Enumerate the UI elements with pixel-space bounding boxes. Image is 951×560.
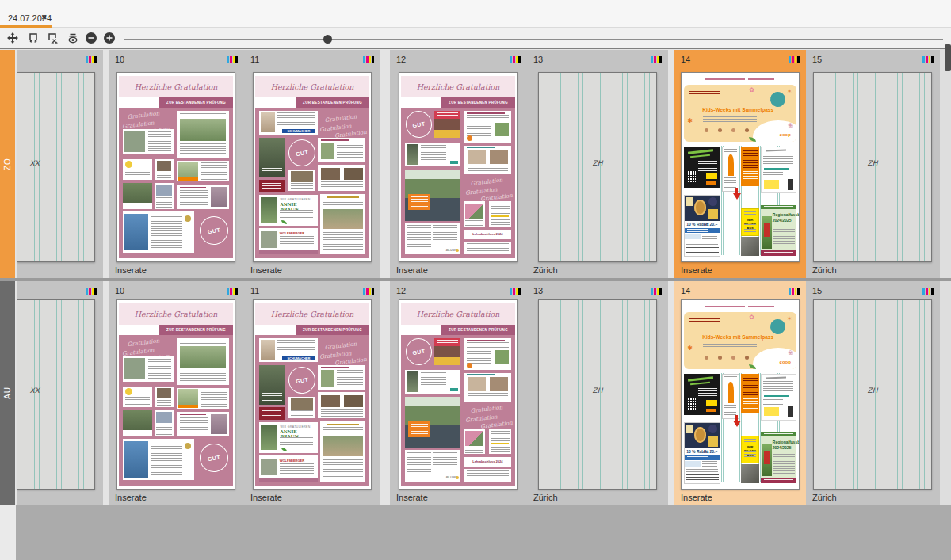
tab-close-icon[interactable]: ✕ [41,13,48,21]
page-cell-11[interactable]: 11 Herzliche Gratulation ZUR BESTANDENEN… [244,281,380,505]
red-block-ad [259,180,285,192]
page-thumbnail[interactable]: Herzliche Gratulation ZUR BESTANDENEN PR… [253,299,372,490]
export-pages-button[interactable] [25,30,41,46]
logo-dot [456,476,459,479]
text-lines [764,479,792,482]
page-cell-12[interactable]: 12 Herzliche Gratulation ZUR BESTANDENEN… [390,281,527,505]
script-text: GratulationGratulationGratulation [470,175,513,204]
page-thumbnail[interactable]: Herzliche Gratulation ZUR BESTANDENEN PR… [253,72,372,262]
page-cell-partial[interactable]: XX [17,50,103,278]
page-thumbnail[interactable]: ZH [813,72,932,262]
text-lines [763,172,783,178]
zoom-in-button[interactable] [101,30,117,46]
page-number: 10 [115,286,124,295]
page-thumbnail[interactable]: ZH [813,299,932,490]
player-photo [762,216,772,249]
pruefung-banner: ZUR BESTANDENEN PRÜFUNG [441,97,515,108]
cut-pages-button[interactable] [44,30,60,46]
text-lines [201,162,227,179]
page-cell-15[interactable]: 15 ZH Zürich [806,281,940,505]
column-guide [739,373,740,482]
maroon-band [761,478,796,482]
ad-block [489,201,512,227]
photo-placeholder [291,398,313,409]
export-pages-icon [27,32,40,44]
page-thumbnail[interactable]: XX [17,299,95,490]
page-thumbnail[interactable]: Kids-Weeks mit Sammelpass ✱ ✿ ✶ ❀ coop [681,72,800,262]
page-cell-14-selected[interactable]: 14 Kids-Weeks mit Sammelpass ✱ ✿ ✶ ❀ coo… [674,50,806,278]
tools-photo-ad [741,237,758,256]
page-thumbnail[interactable]: Herzliche Gratulation ZUR BESTANDENEN PR… [116,72,235,262]
newspaper-page-art: Herzliche Gratulation ZUR BESTANDENEN PR… [117,300,235,489]
page-number: 11 [250,286,259,295]
cmyk-color-icon [922,288,934,295]
newspaper-page-art: Herzliche Gratulation ZUR BESTANDENEN PR… [254,300,371,489]
page-cell-14-selected[interactable]: 14 Kids-Weeks mit Sammelpass ✱ ✿ ✶ ❀ coo… [674,281,806,505]
page-thumbnail[interactable]: Herzliche Gratulation ZUR BESTANDENEN PR… [116,299,235,490]
newspaper-page-art: Herzliche Gratulation ZUR BESTANDENEN PR… [117,73,235,261]
wolfsberger-logo: WOLFSBERGER [280,459,315,463]
text-lines [465,220,483,226]
ad-block [123,356,174,382]
photo-placeholder [261,197,277,223]
page-number: 14 [681,286,690,295]
green-header-band [761,432,796,437]
caption [262,393,282,402]
page-thumbnail[interactable]: ZH [538,72,657,262]
photo-placeholder [465,204,483,219]
page-cell-13[interactable]: 13 ZH Zürich [527,281,668,505]
zoom-out-button[interactable] [83,30,99,46]
photo-placeholder [323,436,363,457]
page-cell-10[interactable]: 10 Herzliche Gratulation ZUR BESTANDENEN… [109,50,244,278]
cmyk-color-icon [363,56,374,63]
photo-placeholder [321,370,334,387]
ad-block [177,338,229,385]
photo-placeholder [407,144,418,165]
photo-placeholder [490,377,508,390]
coop-mini [706,409,716,412]
red-text-lines [689,318,720,323]
annie-braun-ad: WIR GRATULIEREN ANNIE BRAUN [259,422,319,452]
photo-placeholder [124,131,145,152]
schumacher-logo: SCHUMACHER [282,129,315,133]
page-placeholder-text: ZH [814,387,931,394]
ad-block [318,392,365,417]
text-lines [407,225,431,248]
page-thumbnail[interactable]: ZH [538,299,657,490]
page-number: 11 [250,55,259,64]
page-footer-label: Inserate [250,265,282,275]
mauve-strip [259,250,319,254]
starfish-doodle: ✶ [787,89,792,95]
page-number: 15 [812,286,822,295]
page-thumbnail[interactable]: Kids-Weeks mit Sammelpass ✱ ✿ ✶ ❀ coop [681,299,800,490]
text-lines [148,131,171,152]
page-thumbnail[interactable]: Herzliche Gratulation ZUR BESTANDENEN PR… [399,299,518,490]
page-cell-12[interactable]: 12 Herzliche Gratulation ZUR BESTANDENEN… [390,50,527,278]
photo-placeholder [344,395,363,408]
text-lines [323,459,363,478]
text-lines [467,470,509,480]
text-lines [337,370,363,387]
page-cell-11[interactable]: 11 Herzliche Gratulation ZUR BESTANDENEN… [244,50,380,278]
text-lines [148,359,171,379]
preview-button[interactable] [65,30,81,46]
zoom-slider-track[interactable] [124,39,943,40]
text-lines [702,234,717,238]
page-cell-partial[interactable]: XX [17,281,103,505]
starfish-doodle: ✶ [787,316,792,322]
green-header-band [761,205,796,210]
zoom-slider-thumb[interactable] [323,35,332,44]
shell-doodle: ❀ [788,350,793,356]
text-lines [180,143,226,155]
preview-icon [67,32,79,44]
black-ad [684,147,720,188]
photo-placeholder [156,185,172,196]
gut-logo: GUT [403,336,433,367]
move-tool-button[interactable] [5,30,21,46]
page-cell-13[interactable]: 13 ZH Zürich [527,50,668,278]
page-cell-10[interactable]: 10 Herzliche Gratulation ZUR BESTANDENEN… [109,281,244,505]
yellow-block [764,180,779,188]
page-cell-15[interactable]: 15 ZH Zürich [806,50,940,278]
page-thumbnail[interactable]: Herzliche Gratulation ZUR BESTANDENEN PR… [399,72,518,262]
page-thumbnail[interactable]: XX [17,72,95,262]
